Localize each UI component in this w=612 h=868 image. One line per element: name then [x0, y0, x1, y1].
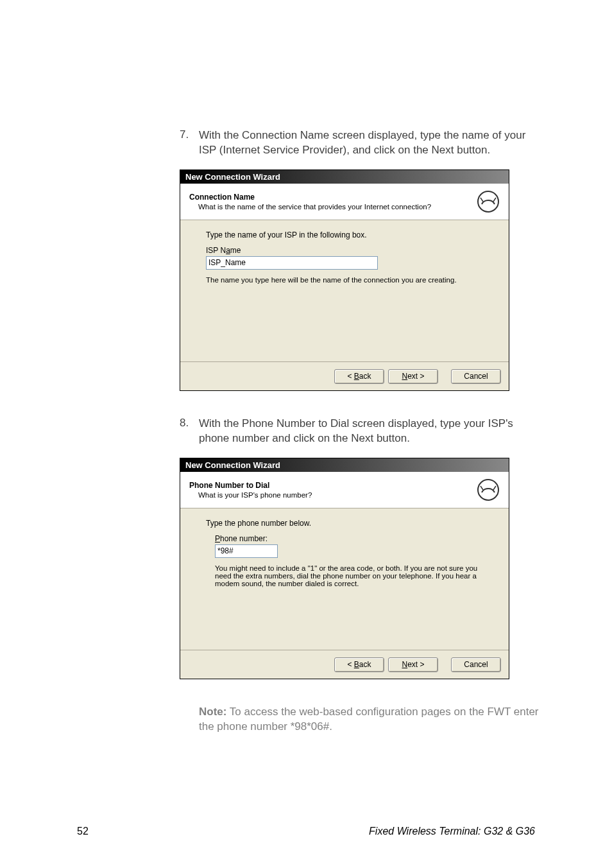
phone-number-input[interactable]: *98# — [215, 544, 278, 558]
next-button[interactable]: Next > — [388, 369, 438, 384]
dialog-header-title: Connection Name — [189, 193, 472, 202]
dialog-header-title: Phone Number to Dial — [189, 481, 472, 490]
dialog-header-subtitle: What is your ISP's phone number? — [198, 491, 472, 499]
back-button[interactable]: < Back — [334, 369, 384, 384]
step-text: With the Connection Name screen displaye… — [199, 128, 545, 158]
next-button[interactable]: Next > — [388, 657, 438, 672]
svg-point-1 — [478, 480, 498, 500]
dialog-phone-number: New Connection Wizard Phone Number to Di… — [180, 458, 509, 679]
step-number: 8. — [180, 417, 199, 446]
dialog-instruction: Type the name of your ISP in the followi… — [206, 230, 483, 239]
dialog-help-text: The name you type here will be the name … — [206, 276, 483, 284]
note-text: Note: To access the web-based configurat… — [199, 705, 545, 734]
step-8: 8. With the Phone Number to Dial screen … — [180, 417, 545, 446]
dialog-button-row: < Back Next > Cancel — [180, 363, 509, 390]
step-number: 7. — [180, 128, 199, 158]
footer-title: Fixed Wireless Terminal: G32 & G36 — [369, 826, 535, 837]
cancel-button[interactable]: Cancel — [451, 657, 501, 672]
wizard-icon — [477, 478, 500, 501]
dialog-instruction: Type the phone number below. — [206, 519, 483, 528]
dialog-button-row: < Back Next > Cancel — [180, 651, 509, 679]
dialog-header: Connection Name What is the name of the … — [180, 184, 509, 220]
svg-point-0 — [478, 191, 498, 212]
page-number: 52 — [77, 826, 89, 837]
back-button[interactable]: < Back — [334, 657, 384, 672]
dialog-help-text: You might need to include a "1" or the a… — [215, 564, 483, 587]
step-7: 7. With the Connection Name screen displ… — [180, 128, 545, 158]
isp-name-input[interactable]: ISP_Name — [206, 256, 378, 270]
dialog-connection-name: New Connection Wizard Connection Name Wh… — [180, 169, 509, 391]
cancel-button[interactable]: Cancel — [451, 369, 501, 384]
phone-number-label: Phone number: — [215, 534, 483, 543]
step-text: With the Phone Number to Dial screen dis… — [199, 417, 545, 446]
dialog-titlebar: New Connection Wizard — [180, 170, 509, 184]
dialog-titlebar: New Connection Wizard — [180, 458, 509, 472]
page-footer: 52 Fixed Wireless Terminal: G32 & G36 — [77, 826, 535, 837]
isp-name-label: ISP Name — [206, 246, 483, 255]
dialog-header-subtitle: What is the name of the service that pro… — [198, 203, 472, 211]
wizard-icon — [477, 190, 500, 213]
dialog-header: Phone Number to Dial What is your ISP's … — [180, 472, 509, 508]
